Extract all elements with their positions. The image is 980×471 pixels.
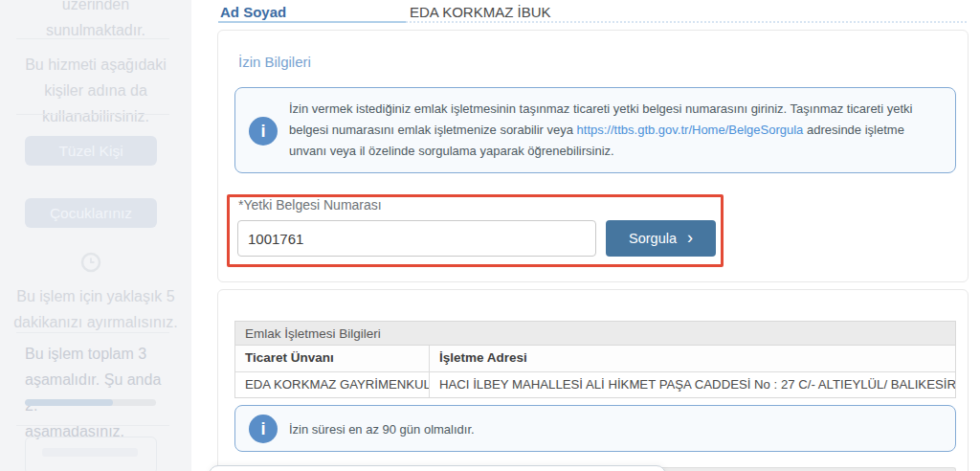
section-title: İzin Bilgileri	[238, 54, 311, 70]
sidebar-divider	[16, 425, 169, 426]
cocuklariniz-button[interactable]: Çocuklarınız	[25, 198, 157, 228]
sidebar-intro-text: üzerinden sunulmaktadır.	[8, 0, 184, 43]
sidebar-intro-line: üzerinden	[8, 0, 184, 17]
sidebar-usage-line: kullanabilirsiniz.	[8, 103, 184, 129]
ad-soyad-value: EDA KORKMAZ İBUK	[410, 4, 551, 20]
izin-bilgileri-panel: İzin Bilgileri i İzin vermek istediğiniz…	[217, 30, 969, 282]
sidebar-faded-text	[42, 448, 138, 457]
bottom-popup-panel	[209, 465, 666, 471]
table-cell-isletme-adresi: HACI İLBEY MAHALLESİ ALİ HİKMET PAŞA CAD…	[430, 372, 955, 397]
sidebar-usage-note: Bu hizmeti aşağıdaki kişiler adına da ku…	[8, 52, 184, 129]
field-underline	[218, 21, 406, 23]
table-header-ticaret-unvani: Ticaret Ünvanı	[235, 346, 430, 371]
yetki-belgesi-label: *Yetki Belgesi Numarası	[238, 197, 382, 213]
table-header-row: Ticaret Ünvanı İşletme Adresi	[235, 346, 955, 371]
sidebar-steps-line: aşamalıdır. Şu anda 2.	[25, 367, 168, 418]
table-caption: Emlak İşletmesi Bilgileri	[235, 322, 955, 346]
sidebar-divider	[16, 38, 169, 39]
info-box-text: İzin vermek istediğiniz emlak işletmesin…	[289, 99, 942, 162]
sidebar-divider	[16, 332, 169, 333]
sidebar: üzerinden sunulmaktadır. Bu hizmeti aşağ…	[0, 0, 191, 471]
progress-bar	[25, 399, 156, 406]
progress-fill	[25, 399, 113, 406]
info-icon: i	[249, 415, 278, 443]
sidebar-divider	[16, 114, 169, 115]
sidebar-usage-line: Bu hizmeti aşağıdaki	[8, 52, 184, 78]
page: üzerinden sunulmaktadır. Bu hizmeti aşağ…	[0, 0, 980, 471]
sidebar-steps-note: Bu işlem toplam 3 aşamalıdır. Şu anda 2.…	[25, 341, 168, 444]
emlak-isletmesi-panel: Emlak İşletmesi Bilgileri Ticaret Ünvanı…	[217, 289, 969, 471]
info-box: i İzin vermek istediğiniz emlak işletmes…	[234, 87, 956, 173]
info-box: i İzin süresi en az 90 gün olmalıdır.	[234, 405, 956, 452]
sidebar-duration-note: Bu işlem için yaklaşık 5 dakikanızı ayır…	[8, 283, 184, 335]
sidebar-usage-line: kişiler adına da	[8, 78, 184, 103]
table-cell-ticaret-unvani: EDA KORKMAZ GAYRİMENKUL	[235, 372, 430, 397]
sidebar-duration-line: Bu işlem için yaklaşık 5	[8, 283, 184, 309]
chevron-right-icon: ›	[687, 229, 693, 246]
info-box-text: İzin süresi en az 90 gün olmalıdır.	[289, 419, 942, 440]
sidebar-steps-line: Bu işlem toplam 3	[25, 341, 168, 367]
clock-icon	[80, 252, 101, 273]
belge-sorgula-link[interactable]: https://ttbs.gtb.gov.tr/Home/BelgeSorgul…	[577, 123, 804, 137]
info-icon: i	[249, 117, 278, 146]
emlak-isletmesi-table: Emlak İşletmesi Bilgileri Ticaret Ünvanı…	[234, 321, 956, 398]
ad-soyad-label: Ad Soyad	[220, 4, 286, 20]
sidebar-duration-line: dakikanızı ayırmalısınız.	[8, 309, 184, 335]
sorgula-button-label: Sorgula	[629, 231, 677, 246]
tuzel-kisi-button[interactable]: Tüzel Kişi	[25, 136, 157, 166]
yetki-belgesi-input[interactable]	[237, 220, 596, 257]
table-row: EDA KORKMAZ GAYRİMENKUL HACI İLBEY MAHAL…	[235, 371, 955, 397]
field-underline-dotted	[406, 21, 967, 23]
table-header-isletme-adresi: İşletme Adresi	[430, 346, 955, 371]
sorgula-button[interactable]: Sorgula ›	[606, 220, 716, 257]
